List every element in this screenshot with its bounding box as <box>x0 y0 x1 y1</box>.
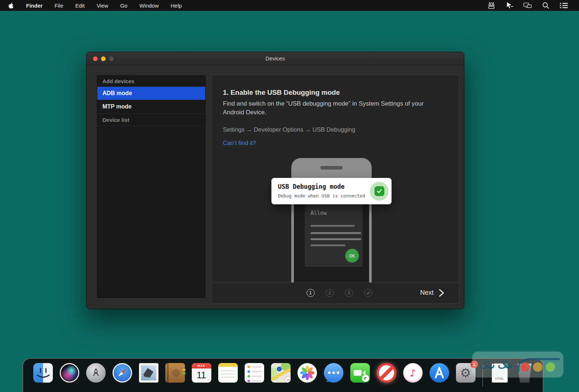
next-button[interactable]: Next <box>420 289 444 297</box>
color-pinwheel <box>299 365 316 381</box>
android-status-icon[interactable] <box>487 1 496 9</box>
ok-button-illustration: OK <box>345 249 359 263</box>
dock-app-store-icon[interactable] <box>430 363 449 383</box>
step-1-indicator: 1 <box>307 289 314 297</box>
checkbox-glow <box>370 182 389 201</box>
dock-photos-icon[interactable] <box>297 363 317 383</box>
dock-messages-icon[interactable] <box>324 363 343 383</box>
dock-safari-icon[interactable] <box>113 363 132 383</box>
next-button-label: Next <box>420 289 434 297</box>
placeholder-line <box>310 238 361 240</box>
settings-path: Settings → Developer Options → USB Debug… <box>223 126 355 133</box>
dock-no-entry-app-icon[interactable] <box>377 363 396 383</box>
menu-item-go[interactable]: Go <box>120 3 127 9</box>
video-camera-icon <box>354 370 362 376</box>
step-2-indicator: 2 <box>326 289 334 297</box>
window-title-bar[interactable]: Devices <box>86 52 464 65</box>
window-title: Devices <box>86 55 464 61</box>
checked-checkbox-icon <box>375 186 384 196</box>
app-store-a <box>430 363 449 383</box>
dock-finder-icon[interactable] <box>33 363 53 383</box>
usb-debugging-title: USB Debugging mode <box>278 183 345 190</box>
cursor-tool-icon[interactable] <box>505 1 514 9</box>
chevron-right-icon <box>439 289 444 297</box>
dock-music-icon[interactable]: ♪ <box>403 363 423 383</box>
dock-contacts-icon[interactable] <box>165 363 185 383</box>
placeholder-line <box>310 244 345 246</box>
usb-debugging-card: USB Debugging mode Debug mode when USB i… <box>271 178 392 204</box>
dock-mail-icon[interactable] <box>139 363 159 383</box>
step-indicators: 1 2 3 <box>307 289 372 297</box>
sidebar-item-device-list[interactable]: Device list <box>97 114 205 126</box>
dock-siri-icon[interactable] <box>60 363 79 383</box>
close-button[interactable] <box>93 56 98 61</box>
menu-item-view[interactable]: View <box>97 3 108 9</box>
content-panel: 1. Enable the USB Debugging mode Find an… <box>211 74 459 303</box>
phone-speaker <box>320 166 343 170</box>
dock-facetime-icon[interactable] <box>350 363 370 383</box>
menu-app-name[interactable]: Finder <box>26 3 43 9</box>
dock: MAR 11 3D <box>22 358 544 392</box>
desktop: Finder File Edit View Go Window Help <box>0 0 579 392</box>
maps-3d-badge: 3D <box>285 376 291 383</box>
menu-item-edit[interactable]: Edit <box>75 3 85 9</box>
eagle-shape <box>141 365 156 380</box>
display-mirroring-icon[interactable] <box>523 1 532 9</box>
cant-find-it-link[interactable]: Can’t find it? <box>223 140 256 146</box>
calendar-day: 11 <box>192 368 211 382</box>
sidebar: Add devices ADB mode MTP mode Device lis… <box>97 75 206 298</box>
sidebar-item-add-devices[interactable]: Add devices <box>97 76 205 87</box>
allow-dialog-title: Allow <box>310 210 327 216</box>
menu-item-window[interactable]: Window <box>139 3 159 9</box>
finder-face <box>33 363 53 383</box>
placeholder-line <box>310 232 361 234</box>
watermark-logo <box>514 354 560 375</box>
menu-bar: Finder File Edit View Go Window Help <box>0 0 579 11</box>
calendar-month: MAR <box>192 363 211 368</box>
menu-item-help[interactable]: Help <box>171 3 182 9</box>
compass-needle <box>114 364 131 382</box>
apple-menu-icon[interactable] <box>8 2 14 9</box>
menu-item-file[interactable]: File <box>55 3 63 9</box>
step-complete-icon <box>364 289 372 297</box>
step-description: Find and switch on the “USB debugging mo… <box>223 99 432 117</box>
dock-calendar-icon[interactable]: MAR 11 <box>192 363 211 383</box>
watermark-text: مک نیک <box>479 358 513 371</box>
dock-notes-icon[interactable] <box>218 363 238 383</box>
minimize-button[interactable] <box>101 56 106 61</box>
map-pin <box>277 367 282 371</box>
phone-illustration: Allow OK <box>291 158 372 283</box>
list-view-icon[interactable] <box>559 1 568 9</box>
devices-window: Devices Add devices ADB mode MTP mode De… <box>86 52 464 309</box>
step-3-indicator: 3 <box>345 289 353 297</box>
zoom-button[interactable] <box>109 56 114 61</box>
rocket-icon <box>91 368 101 378</box>
step-heading: 1. Enable the USB Debugging mode <box>223 89 340 97</box>
phone-handset-badge <box>362 375 369 382</box>
sidebar-item-adb-mode[interactable]: ADB mode <box>97 87 205 100</box>
dock-launchpad-icon[interactable] <box>86 363 106 383</box>
wizard-footer: 1 2 3 Next <box>212 282 459 303</box>
allow-dialog: Allow OK <box>305 205 363 267</box>
dock-reminders-icon[interactable] <box>245 363 264 383</box>
placeholder-line <box>310 225 355 227</box>
site-watermark: مک نیک <box>472 351 563 378</box>
sidebar-item-mtp-mode[interactable]: MTP mode <box>97 100 205 114</box>
search-icon[interactable] <box>541 1 550 9</box>
usb-debugging-subtitle: Debug mode when USB is connected <box>278 193 365 199</box>
dock-maps-icon[interactable]: 3D <box>271 363 291 383</box>
